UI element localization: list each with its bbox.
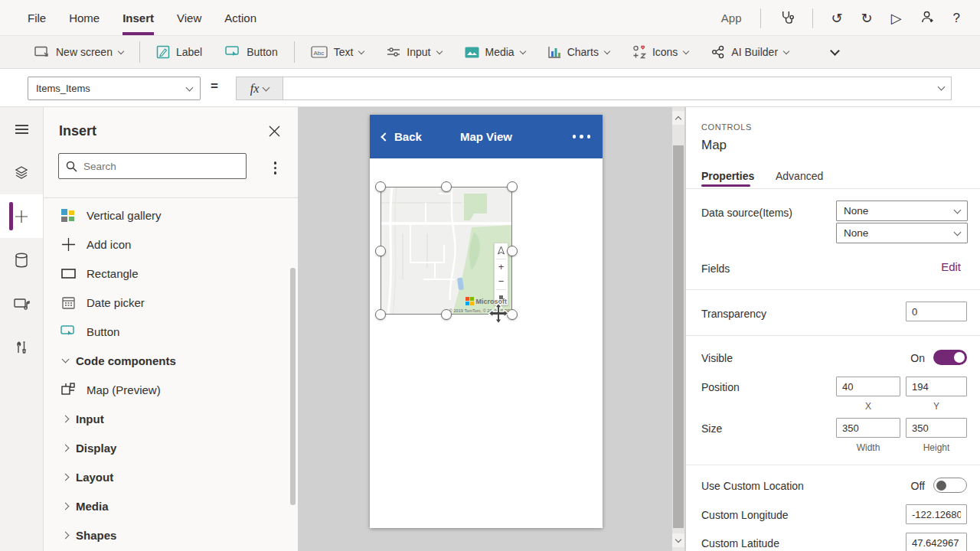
menu-file[interactable]: File bbox=[28, 0, 46, 35]
advanced-tools-icon bbox=[15, 340, 28, 355]
app-label: App bbox=[721, 11, 742, 24]
menu-home[interactable]: Home bbox=[69, 0, 100, 35]
chevron-right-icon bbox=[62, 415, 70, 422]
data-source-select-2[interactable]: None bbox=[836, 223, 968, 243]
insert-panel-title: Insert bbox=[59, 123, 96, 139]
search-input[interactable] bbox=[83, 161, 239, 172]
hamburger-menu-button[interactable] bbox=[0, 107, 43, 151]
scroll-down-button[interactable] bbox=[672, 533, 684, 547]
position-label: Position bbox=[701, 381, 740, 393]
redo-icon[interactable]: ↻ bbox=[861, 11, 873, 25]
canvas-scrollbar[interactable] bbox=[672, 107, 684, 551]
design-canvas[interactable]: Back Map View bbox=[299, 107, 685, 551]
scroll-up-button[interactable] bbox=[672, 111, 684, 125]
workspace: Insert Vertical gallery bbox=[0, 107, 980, 551]
new-screen-button[interactable]: New screen bbox=[23, 36, 135, 68]
vertical-gallery-icon bbox=[60, 208, 76, 223]
resize-handle-sw[interactable] bbox=[375, 309, 386, 320]
menu-insert[interactable]: Insert bbox=[122, 0, 154, 35]
divider bbox=[686, 289, 980, 290]
undo-icon[interactable]: ↺ bbox=[831, 11, 843, 25]
button-button[interactable]: Button bbox=[214, 36, 289, 68]
tree-view-button[interactable] bbox=[0, 151, 43, 194]
more-options-icon[interactable] bbox=[274, 159, 277, 177]
size-width-input[interactable] bbox=[836, 418, 900, 438]
data-sources-icon bbox=[15, 253, 28, 268]
chevron-right-icon bbox=[62, 502, 70, 510]
fx-dropdown[interactable]: fx bbox=[236, 77, 283, 100]
close-icon[interactable] bbox=[269, 126, 281, 138]
media-menu[interactable]: Media bbox=[453, 36, 537, 68]
list-item-button[interactable]: Button bbox=[44, 317, 298, 346]
map-image bbox=[381, 187, 511, 314]
resize-handle-s[interactable] bbox=[441, 309, 452, 320]
category-layout[interactable]: Layout bbox=[44, 462, 298, 491]
charts-menu[interactable]: Charts bbox=[537, 36, 621, 68]
list-item-add-icon[interactable]: Add icon bbox=[44, 230, 298, 259]
resize-handle-n[interactable] bbox=[441, 181, 452, 192]
media-rail-button[interactable] bbox=[0, 282, 43, 325]
size-height-input[interactable] bbox=[906, 418, 967, 438]
list-item-map-preview[interactable]: Map (Preview) bbox=[44, 375, 298, 404]
share-icon[interactable] bbox=[920, 10, 935, 26]
list-item-vertical-gallery[interactable]: Vertical gallery bbox=[44, 201, 298, 230]
resize-handle-w[interactable] bbox=[375, 246, 386, 256]
locate-me-icon[interactable] bbox=[495, 243, 508, 259]
custom-longitude-input[interactable] bbox=[906, 504, 967, 524]
icons-menu[interactable]: Icons bbox=[621, 36, 700, 68]
media-icon bbox=[14, 297, 30, 311]
tab-advanced[interactable]: Advanced bbox=[776, 170, 823, 182]
text-menu[interactable]: Abc Text bbox=[299, 36, 376, 68]
data-source-select-1[interactable]: None bbox=[836, 201, 968, 221]
app-screen[interactable]: Back Map View bbox=[370, 115, 603, 528]
custom-latitude-input[interactable] bbox=[906, 533, 967, 551]
input-menu[interactable]: Input bbox=[375, 36, 452, 68]
menu-view[interactable]: View bbox=[177, 0, 201, 35]
ellipsis-icon[interactable] bbox=[573, 135, 591, 139]
advanced-tools-button[interactable] bbox=[0, 325, 43, 369]
category-display[interactable]: Display bbox=[44, 433, 298, 462]
insert-rail-button[interactable] bbox=[0, 194, 43, 238]
visible-toggle[interactable] bbox=[933, 350, 967, 365]
transparency-input[interactable] bbox=[906, 302, 967, 321]
chevron-right-icon bbox=[62, 444, 70, 452]
map-control-selected[interactable]: + − Microsoft © 2019 TomTom, © 2019 HERE bbox=[381, 187, 511, 314]
divider bbox=[760, 8, 761, 28]
resize-handle-nw[interactable] bbox=[375, 181, 386, 192]
screen-header: Back Map View bbox=[370, 115, 603, 158]
resize-handle-e[interactable] bbox=[507, 246, 518, 256]
property-selector-dropdown[interactable]: Items_Items bbox=[28, 77, 201, 100]
scrollbar-thumb[interactable] bbox=[673, 145, 684, 528]
help-icon[interactable]: ? bbox=[953, 11, 960, 24]
left-rail bbox=[0, 107, 44, 551]
formula-input[interactable] bbox=[283, 77, 952, 100]
divider bbox=[139, 41, 140, 63]
fields-edit-link[interactable]: Edit bbox=[941, 260, 961, 273]
label-button[interactable]: Label bbox=[145, 36, 214, 68]
zoom-in-button[interactable]: + bbox=[495, 259, 508, 274]
category-shapes[interactable]: Shapes bbox=[44, 520, 298, 549]
app-checker-icon[interactable] bbox=[779, 10, 794, 27]
zoom-out-button[interactable]: − bbox=[495, 274, 508, 289]
position-y-input[interactable] bbox=[906, 377, 967, 396]
data-sources-button[interactable] bbox=[0, 238, 43, 282]
category-input[interactable]: Input bbox=[44, 404, 298, 433]
category-media[interactable]: Media bbox=[44, 491, 298, 520]
list-item-date-picker[interactable]: Date picker bbox=[44, 288, 298, 317]
position-x-input[interactable] bbox=[836, 377, 900, 396]
tree-view-icon bbox=[14, 165, 29, 181]
insert-panel-scrollbar[interactable] bbox=[290, 268, 296, 505]
resize-handle-ne[interactable] bbox=[507, 181, 518, 192]
play-preview-icon[interactable]: ▷ bbox=[891, 11, 902, 25]
tab-properties[interactable]: Properties bbox=[701, 170, 754, 182]
menu-action[interactable]: Action bbox=[224, 0, 256, 35]
size-label: Size bbox=[701, 422, 722, 435]
ribbon-expand-chevron[interactable] bbox=[820, 36, 850, 68]
visible-state-label: On bbox=[910, 352, 925, 364]
use-custom-location-toggle[interactable] bbox=[933, 478, 967, 493]
ai-builder-menu[interactable]: AI Builder bbox=[700, 36, 800, 68]
insert-search-box bbox=[58, 153, 247, 179]
controls-section-label: CONTROLS bbox=[701, 122, 752, 132]
list-item-rectangle[interactable]: Rectangle bbox=[44, 259, 298, 288]
section-code-components[interactable]: Code components bbox=[44, 346, 298, 375]
